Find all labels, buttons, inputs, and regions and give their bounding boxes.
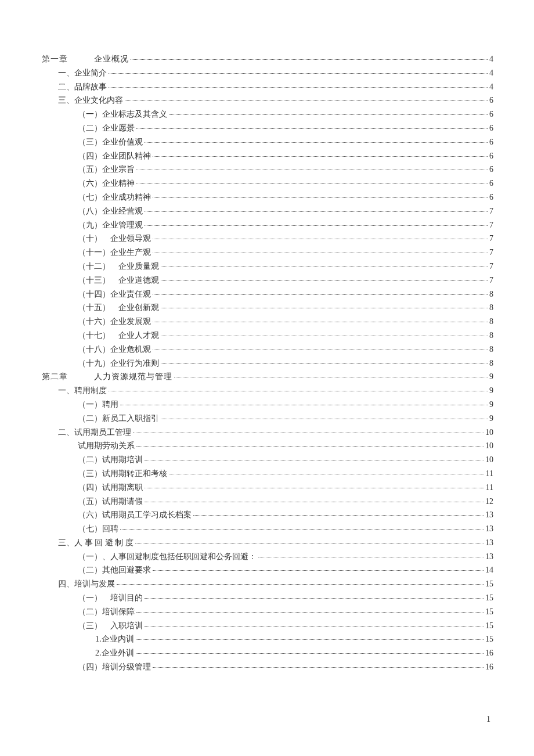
toc-title: （十二） 企业质量观 <box>78 260 159 273</box>
toc-prefix: （十三） <box>78 276 118 285</box>
toc-dots <box>153 197 488 198</box>
toc-entry[interactable]: 四、培训与发展15 <box>42 577 493 591</box>
toc-entry[interactable]: （十九）企业行为准则8 <box>42 357 493 370</box>
toc-entry[interactable]: 2.企业外训16 <box>42 646 493 660</box>
toc-entry[interactable]: （八）企业经营观7 <box>42 204 493 218</box>
toc-entry[interactable]: 二、品牌故事4 <box>42 80 493 94</box>
toc-title: （二）新员工入职指引 <box>78 412 159 426</box>
toc-page-number: 6 <box>489 93 493 107</box>
toc-entry[interactable]: （二）企业愿景6 <box>42 121 493 135</box>
toc-page-number: 7 <box>489 273 493 287</box>
toc-entry[interactable]: （十） 企业领导观7 <box>42 232 493 246</box>
toc-dots <box>145 598 484 599</box>
toc-page-number: 16 <box>485 646 493 660</box>
toc-entry[interactable]: 第二章人力资源规范与管理9 <box>42 370 493 384</box>
toc-entry[interactable]: （二）其他回避要求14 <box>42 563 493 577</box>
toc-entry[interactable]: （三） 入职培训15 <box>42 619 493 633</box>
toc-prefix: （三） <box>78 138 102 146</box>
toc-entry[interactable]: （三）试用期转正和考核11 <box>42 467 493 481</box>
toc-title-text: 试用期培训 <box>102 455 143 464</box>
toc-entry[interactable]: （五）试用期请假12 <box>42 495 493 509</box>
toc-entry[interactable]: （十二） 企业质量观7 <box>42 260 493 273</box>
toc-prefix: （二） <box>78 124 102 132</box>
toc-entry[interactable]: 一、企业简介4 <box>42 66 493 80</box>
toc-title-text: 企业标志及其含义 <box>102 110 167 118</box>
toc-title: 二、品牌故事 <box>58 80 107 94</box>
toc-entry[interactable]: （十四）企业责任观8 <box>42 287 493 301</box>
toc-entry[interactable]: （二）试用期培训10 <box>42 453 493 467</box>
toc-prefix: （十二） <box>78 262 118 271</box>
toc-entry[interactable]: （十六）企业发展观8 <box>42 315 493 329</box>
toc-entry[interactable]: （十八）企业危机观8 <box>42 343 493 357</box>
toc-entry[interactable]: 1.企业内训15 <box>42 632 493 646</box>
toc-prefix: （五） <box>78 497 102 506</box>
toc-title-text: 企业成功精神 <box>102 193 151 201</box>
toc-title: （十四）企业责任观 <box>78 287 151 301</box>
toc-entry[interactable]: （六）试用期员工学习成长档案13 <box>42 508 493 522</box>
toc-page-number: 7 <box>489 232 493 246</box>
toc-title-text: 企业精神 <box>102 179 135 188</box>
toc-page-number: 6 <box>489 163 493 177</box>
toc-page-number: 11 <box>486 481 493 495</box>
toc-prefix: （一） <box>78 110 102 118</box>
toc-entry[interactable]: 第一章企业概况4 <box>42 52 493 66</box>
toc-page-number: 6 <box>489 107 493 121</box>
toc-dots <box>145 211 488 212</box>
toc-page-number: 15 <box>485 619 493 633</box>
toc-prefix: （十一） <box>78 248 110 257</box>
toc-dots <box>153 350 488 350</box>
toc-entry[interactable]: 三、企业文化内容6 <box>42 93 493 107</box>
toc-page-number: 12 <box>485 495 493 509</box>
toc-dots <box>135 543 484 543</box>
toc-page-number: 6 <box>489 149 493 163</box>
toc-entry[interactable]: 三、人 事 回 避 制 度13 <box>42 536 493 550</box>
toc-entry[interactable]: （二）培训保障15 <box>42 605 493 619</box>
toc-entry[interactable]: （四）培训分级管理16 <box>42 660 493 674</box>
toc-title-text: 企业责任观 <box>110 290 151 298</box>
toc-entry[interactable]: （七）回聘13 <box>42 522 493 536</box>
toc-title-text: 培训分级管理 <box>102 663 151 671</box>
toc-entry[interactable]: （一）聘用9 <box>42 398 493 412</box>
toc-entry[interactable]: （四）试用期离职11 <box>42 481 493 495</box>
toc-page-number: 10 <box>485 453 493 467</box>
toc-entry[interactable]: （十一）企业生产观7 <box>42 246 493 260</box>
toc-entry[interactable]: （十三） 企业道德观7 <box>42 273 493 287</box>
toc-entry[interactable]: （七）企业成功精神6 <box>42 190 493 204</box>
toc-entry[interactable]: （三）企业价值观6 <box>42 135 493 149</box>
toc-title-text: 企业价值观 <box>102 138 143 146</box>
toc-page-number: 8 <box>489 301 493 315</box>
toc-dots <box>133 433 484 433</box>
toc-entry[interactable]: （十五） 企业创新观8 <box>42 301 493 315</box>
toc-entry[interactable]: 二、试用期员工管理10 <box>42 426 493 440</box>
toc-dots <box>153 253 488 253</box>
toc-page-number: 9 <box>489 398 493 412</box>
page-number: 1 <box>486 715 490 724</box>
toc-entry[interactable]: （二）新员工入职指引9 <box>42 412 493 426</box>
toc-prefix: （七） <box>78 193 102 201</box>
toc-dots <box>120 529 484 530</box>
toc-entry[interactable]: 一、聘用制度9 <box>42 384 493 398</box>
toc-entry[interactable]: （一） 培训目的15 <box>42 591 493 605</box>
toc-title: （四）培训分级管理 <box>78 660 151 674</box>
toc-title: 第二章人力资源规范与管理 <box>42 370 172 384</box>
toc-dots <box>131 59 488 60</box>
toc-title: （一）聘用 <box>78 398 118 412</box>
toc-page-number: 15 <box>485 632 493 646</box>
toc-entry[interactable]: （一）、人事回避制度包括任职回避和公务回避：13 <box>42 550 493 564</box>
toc-entry[interactable]: （九）企业管理观7 <box>42 218 493 232</box>
toc-page-number: 6 <box>489 135 493 149</box>
toc-prefix: （十五） <box>78 303 118 312</box>
toc-page-number: 4 <box>489 52 493 66</box>
toc-title-text: 企业危机观 <box>110 345 151 354</box>
toc-page-number: 4 <box>489 80 493 94</box>
toc-title-text: 企业宗旨 <box>102 165 135 174</box>
toc-entry[interactable]: （六）企业精神6 <box>42 177 493 190</box>
toc-entry[interactable]: （十七） 企业人才观8 <box>42 329 493 343</box>
toc-entry[interactable]: （四）企业团队精神6 <box>42 149 493 163</box>
toc-title-text: 企业内训 <box>102 635 134 643</box>
toc-title: （四）企业团队精神 <box>78 149 151 163</box>
toc-entry[interactable]: 试用期劳动关系10 <box>42 439 493 453</box>
toc-entry[interactable]: （一）企业标志及其含义6 <box>42 107 493 121</box>
toc-prefix: （六） <box>78 510 102 519</box>
toc-entry[interactable]: （五）企业宗旨6 <box>42 163 493 177</box>
